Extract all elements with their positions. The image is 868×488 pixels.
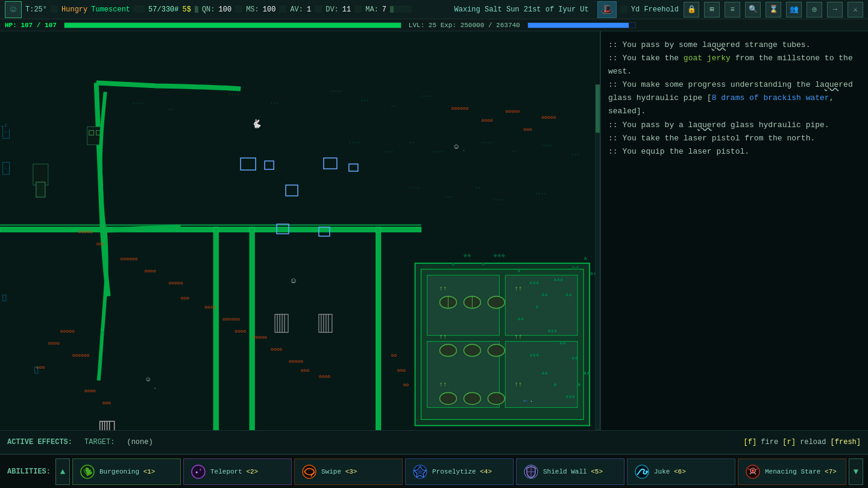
svg-point-170 <box>646 471 648 473</box>
list-icon-btn[interactable]: ≡ <box>725 2 740 17</box>
svg-text:✿✿✿✿✿✿: ✿✿✿✿✿✿ <box>451 105 468 111</box>
av-label: AV: <box>290 5 303 14</box>
svg-point-113 <box>488 345 505 357</box>
svg-text:♣♣♣: ♣♣♣ <box>529 352 539 358</box>
area-name: Yd Freehold <box>631 5 679 14</box>
ability-juke[interactable]: Juke <6> <box>627 458 735 485</box>
svg-text:,,,: ,,, <box>385 148 394 153</box>
svg-text:☺: ☺ <box>146 376 151 383</box>
svg-point-116 <box>488 392 505 404</box>
svg-text:♠♠♠: ♠♠♠ <box>493 252 505 259</box>
svg-point-115 <box>464 392 480 404</box>
svg-text:✿✿: ✿✿ <box>391 352 397 358</box>
search-icon-btn[interactable]: 🔍 <box>745 2 761 17</box>
hp-text: HP: 107 / 107 <box>5 22 57 29</box>
sword-icon-btn[interactable]: ⚔ <box>848 2 863 17</box>
svg-text:,,,,: ,,,, <box>409 184 421 189</box>
svg-text:┌┐: ┌┐ <box>1 292 8 298</box>
ability-swipe[interactable]: Swipe <3> <box>294 458 403 485</box>
svg-text:└┘: └┘ <box>1 298 8 304</box>
ability-proselytize[interactable]: Proselytize <4> <box>405 458 514 485</box>
svg-text:↑↑: ↑↑ <box>514 285 522 292</box>
svg-text:·: · <box>462 147 465 154</box>
hat-icon: 🎩 <box>597 1 617 18</box>
svg-rect-125 <box>87 127 101 145</box>
svg-text:✿✿✿✿✿: ✿✿✿✿✿ <box>78 229 93 234</box>
ability-teleport[interactable]: ✦ ✦ Teleport <2> <box>183 458 292 485</box>
svg-text:,,,: ,,, <box>361 96 370 102</box>
teleport-icon: ✦ ✦ <box>190 463 207 480</box>
svg-rect-96 <box>275 314 288 333</box>
exp-bar <box>527 22 636 28</box>
svg-text:♣♣: ♣♣ <box>541 292 548 298</box>
svg-text:♠♠: ♠♠ <box>463 252 471 259</box>
arrow-icon-btn[interactable]: → <box>827 2 843 17</box>
svg-text:✿✿✿✿: ✿✿✿✿ <box>204 304 216 310</box>
svg-text:✿✿✿✿: ✿✿✿✿ <box>234 328 246 334</box>
svg-text:,,,,: ,,,, <box>541 142 553 147</box>
burgeoning-name: Burgeoning <1> <box>99 468 155 475</box>
svg-rect-153 <box>596 84 600 133</box>
svg-text:,,,: ,,, <box>271 99 279 105</box>
svg-rect-6 <box>376 227 381 430</box>
svg-point-110 <box>488 296 505 308</box>
juke-name: Juke <6> <box>654 468 686 475</box>
svg-text:┌┐: ┌┐ <box>33 364 40 371</box>
svg-text:←: ← <box>523 397 528 405</box>
svg-text:♠: ♠ <box>451 261 455 268</box>
svg-text:,,,,: ,,,, <box>331 87 342 93</box>
dv-value: 11 <box>342 5 351 14</box>
ability-shield-wall[interactable]: Shield Wall <5> <box>516 458 624 485</box>
burgeoning-icon <box>79 463 96 480</box>
svg-text:·: · <box>153 386 156 392</box>
map-icon-btn[interactable]: ⊞ <box>704 2 720 17</box>
svg-point-112 <box>464 345 480 357</box>
svg-text:,,: ,, <box>475 184 481 189</box>
game-viewport[interactable]: ✿✿✿✿✿ ✿✿✿ ✿✿✿✿✿✿ ✿✿✿✿ ✿✿✿✿✿ ✿✿✿ ✿✿✿✿ ✿✿✿… <box>0 31 601 430</box>
svg-text:♣♣♣: ♣♣♣ <box>529 280 539 286</box>
svg-text:✦: ✦ <box>195 469 199 476</box>
svg-text:♠: ♠ <box>583 255 588 262</box>
svg-text:↑↑: ↑↑ <box>439 333 447 340</box>
ability-nav-down[interactable]: ▼ <box>849 458 863 485</box>
svg-text:↑↑: ↑↑ <box>514 381 522 388</box>
people-icon-btn[interactable]: 👥 <box>786 2 802 17</box>
svg-text:♣♣♣: ♣♣♣ <box>553 277 563 283</box>
svg-text:,,,: ,,, <box>571 151 580 156</box>
ability-menacing-stare[interactable]: Menacing Stare <7> <box>738 458 846 485</box>
svg-text:♣♣: ♣♣ <box>517 316 524 322</box>
svg-text:└─┘: └─┘ <box>1 135 11 142</box>
menacing-stare-name: Menacing Stare <7> <box>765 468 837 475</box>
svg-text:,,: ,, <box>511 148 517 153</box>
svg-text:↑↑: ↑↑ <box>514 333 522 340</box>
ability-burgeoning[interactable]: Burgeoning <1> <box>72 458 181 485</box>
hourglass-icon-btn[interactable]: ⌛ <box>766 2 781 17</box>
svg-text:✿✿✿✿✿: ✿✿✿✿✿ <box>253 334 267 340</box>
svg-text:✿✿✿✿✿✿: ✿✿✿✿✿✿ <box>121 256 138 261</box>
svg-text:✿✿✿✿: ✿✿✿✿ <box>145 268 156 274</box>
svg-point-114 <box>440 392 457 404</box>
svg-text:┐┘: ┐┘ <box>1 123 8 130</box>
ability-nav-up[interactable]: ▲ <box>55 458 70 485</box>
message-2: :: You take the goat jerky from the mill… <box>608 52 861 78</box>
target-icon-btn[interactable]: ◎ <box>807 2 822 17</box>
exp-fill <box>528 23 629 28</box>
svg-rect-124 <box>36 182 45 197</box>
message-6: :: You equip the laser pistol. <box>608 145 861 158</box>
svg-text:✿✿✿: ✿✿✿ <box>102 400 112 405</box>
status-bar: ACTIVE EFFECTS: TARGET: (none) [f] fire … <box>0 430 868 454</box>
svg-text:,,,,: ,,,, <box>228 90 240 96</box>
ma-value: 7 <box>382 5 386 14</box>
ms-label: MS: <box>246 5 259 14</box>
fire-reload-commands: [f] fire [r] reload [fresh] <box>744 438 861 446</box>
svg-text:,,,,: ,,,, <box>349 139 360 144</box>
lock-icon-btn[interactable]: 🔒 <box>684 2 699 17</box>
svg-point-173 <box>752 469 754 472</box>
svg-text:✿✿✿✿✿: ✿✿✿✿✿ <box>505 108 520 114</box>
top-status-bar: ☺ T:25° ░░ Hungry Tumescent ░░░ 57/330# … <box>0 0 868 19</box>
svg-text:♣♣: ♣♣ <box>583 371 590 377</box>
target-value: (none) <box>127 438 153 446</box>
swipe-name: Swipe <3> <box>321 468 357 475</box>
svg-text:↑↑: ↑↑ <box>439 381 447 388</box>
svg-text:✿✿✿: ✿✿✿ <box>96 241 105 246</box>
